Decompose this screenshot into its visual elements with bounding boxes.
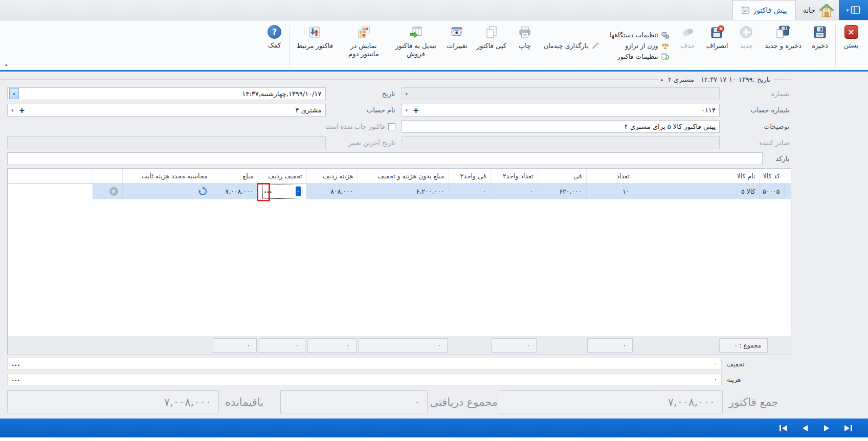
device-settings-icon [661, 32, 669, 39]
tab-pre-invoice[interactable]: پیش فاکتور [732, 0, 795, 20]
account-name-field[interactable]: مشتری ۴ + ▾ [7, 104, 326, 117]
last-change-date-field[interactable] [7, 136, 326, 149]
nav-last-icon[interactable] [839, 422, 857, 434]
column-header-amount[interactable]: مبلغ [212, 169, 258, 183]
column-header-row-discount[interactable]: تخفیف ردیف [258, 169, 306, 183]
save-button[interactable]: ذخیره [806, 22, 834, 69]
description-field[interactable]: پیش فاکتور کالا ۵ برای مشتری ۴ [402, 120, 720, 133]
cell-quantity[interactable]: ۱۰ [586, 183, 634, 199]
device-settings-button[interactable]: تنظیمات دستگاهها [610, 31, 669, 39]
tab-pre-invoice-label: پیش فاکتور [753, 6, 787, 14]
column-header-row-cost[interactable]: هزینه ردیف [306, 169, 358, 183]
column-header-unit-price[interactable]: فی [538, 169, 586, 183]
cell-quantity2[interactable]: ۰ [491, 183, 538, 199]
copy-icon [484, 25, 499, 39]
scale-icon [661, 42, 669, 50]
account-number-add-button[interactable]: + [410, 106, 422, 115]
issuer-field[interactable] [402, 136, 720, 149]
invoice-printed-checkbox[interactable] [388, 123, 395, 130]
cancel-button[interactable]: انصراف [702, 22, 733, 69]
date-dropdown-button[interactable]: ▾ [9, 88, 19, 99]
account-name-dropdown-icon[interactable]: ▾ [9, 108, 16, 113]
invoice-discount-input[interactable]: ۰ ... [7, 358, 722, 370]
number-label: شماره [720, 90, 791, 98]
changes-button[interactable]: تغییرات [442, 22, 472, 69]
app-menu-button[interactable]: ▾ [839, 0, 868, 20]
date-field[interactable]: ۱۳۹۹/۱۰/۱۷,چهارشنبه,۱۴:۳۷ ▾ [7, 87, 326, 100]
account-number-field[interactable]: ۰۱۱۴ + ▾ [402, 104, 720, 117]
cell-delete[interactable]: × [93, 183, 122, 199]
cancel-icon [710, 25, 724, 39]
invoice-discount-ellipsis-button[interactable]: ... [12, 360, 20, 367]
received-total-box: ۰ [280, 390, 428, 413]
column-header-quantity2[interactable]: تعداد واحد۲ [491, 169, 538, 183]
column-header-recalc-fixed-cost[interactable]: محاسبه مجدد هزینه ثابت [122, 169, 212, 183]
print-button[interactable]: چاپ [511, 22, 539, 69]
new-icon [739, 25, 753, 39]
cell-recalc-fixed-cost[interactable] [122, 183, 212, 199]
items-grid: کد کالا نام کالا تعداد فی تعداد واحد۲ فی… [7, 168, 791, 355]
nav-previous-icon[interactable] [796, 422, 814, 434]
cell-unit-price[interactable]: ۶۲۰,۰۰۰ [538, 183, 586, 199]
cell-amount-before[interactable]: ۶,۲۰۰,۰۰۰ [358, 183, 449, 199]
convert-to-sales-invoice-button[interactable]: تبدیل به فاکتور فروش [390, 22, 442, 69]
toolbar-separator [835, 25, 836, 67]
table-row[interactable]: ۵۰۰۰۵ کالا ۵ ۱۰ ۶۲۰,۰۰۰ ۰ ۰ ۶,۲۰۰,۰۰۰ ۸۰… [8, 183, 791, 199]
layout-wand-icon [591, 42, 599, 50]
column-header-unit2-price[interactable]: فی واحد۲ [449, 169, 491, 183]
column-header-quantity[interactable]: تعداد [586, 169, 634, 183]
group-collapse-icon[interactable]: ▴ [659, 77, 664, 82]
toolbar: × بستن ذخیره ذخیره و جدید جدید ان [0, 20, 868, 72]
account-number-dropdown-icon[interactable]: ▾ [404, 108, 410, 113]
new-button[interactable]: جدید [732, 22, 760, 69]
column-header-item-name[interactable]: نام کالا [634, 169, 760, 183]
cell-filler [8, 183, 93, 199]
cell-item-name[interactable]: کالا ۵ [634, 183, 760, 199]
load-layout-button[interactable]: بارگذاری چیدمان [544, 42, 599, 50]
weight-from-scale-button[interactable]: وزن از ترازو [610, 42, 669, 50]
summary-quantity: ۰ [587, 338, 633, 353]
column-header-filler [8, 169, 93, 183]
tab-home[interactable]: خانه [796, 0, 839, 20]
invoice-total-box: ۷,۰۰۸,۰۰۰ [498, 390, 723, 413]
invoice-cost-ellipsis-button[interactable]: ... [12, 376, 20, 383]
column-header-amount-before[interactable]: مبلغ بدون هزینه و تخفیف [358, 169, 449, 183]
cell-amount[interactable]: ۷,۰۰۸,۰۰۰ [212, 183, 258, 199]
row-indicator-header [784, 169, 791, 183]
show-on-second-monitor-button[interactable]: نمایش در مانیتور دوم [338, 22, 390, 69]
nav-next-icon[interactable] [818, 422, 835, 434]
row-discount-inline-editor[interactable]: ۰ ... [262, 184, 302, 199]
related-invoice-button[interactable]: فاکتور مرتبط [292, 22, 337, 69]
cell-row-discount-editor[interactable]: ۰ ... [258, 183, 306, 199]
nav-first-icon[interactable] [775, 422, 792, 434]
invoice-cost-input[interactable]: ۰ ... [7, 373, 722, 385]
cell-row-cost[interactable]: ۸۰۸,۰۰۰ [306, 183, 358, 199]
close-button[interactable]: × بستن [837, 22, 865, 69]
grid-summary-strip: ۰ ۰ ۰ ۰ ۰ ۰ مجموع : ۰ [8, 336, 791, 355]
account-name-add-button[interactable]: + [16, 106, 29, 115]
save-and-new-button[interactable]: ذخیره و جدید [760, 22, 806, 69]
recalc-icon [198, 187, 208, 196]
row-delete-icon[interactable]: × [109, 187, 118, 196]
cell-item-code[interactable]: ۵۰۰۰۵ [760, 183, 784, 199]
items-table: کد کالا نام کالا تعداد فی تعداد واحد۲ فی… [8, 169, 791, 199]
printer-icon [518, 25, 532, 39]
grid-empty-area[interactable] [8, 199, 791, 336]
last-change-date-label: تاریخ آخرین تغییر [326, 139, 397, 147]
column-header-item-code[interactable]: کد کالا [760, 169, 784, 183]
eraser-icon [681, 25, 695, 39]
invoice-settings-button[interactable]: تنظیمات فاکتور [610, 53, 669, 60]
summary-amount-before: ۰ [359, 338, 448, 353]
barcode-input[interactable] [7, 152, 763, 165]
summary-row-discount: ۰ [259, 338, 305, 353]
column-header-delete [93, 169, 122, 183]
row-discount-ellipsis-button[interactable]: ... [263, 185, 274, 198]
invoice-group-header: تاریخ :۱۳۹۹-۱۰-۱۷ ۱۴:۳۷ - مشتری ۴ ▴ [0, 74, 791, 85]
number-field[interactable]: ▾ [402, 87, 720, 100]
delete-button[interactable]: حذف [674, 22, 702, 69]
cell-unit2-price[interactable]: ۰ [449, 183, 491, 199]
copy-invoice-button[interactable]: کپی فاکتور [472, 22, 511, 69]
ribbon-collapse-icon[interactable]: ▴ [5, 62, 8, 67]
invoice-cost-row: هزینه ۰ ... [7, 373, 791, 386]
help-button[interactable]: ? کمک [260, 22, 288, 69]
